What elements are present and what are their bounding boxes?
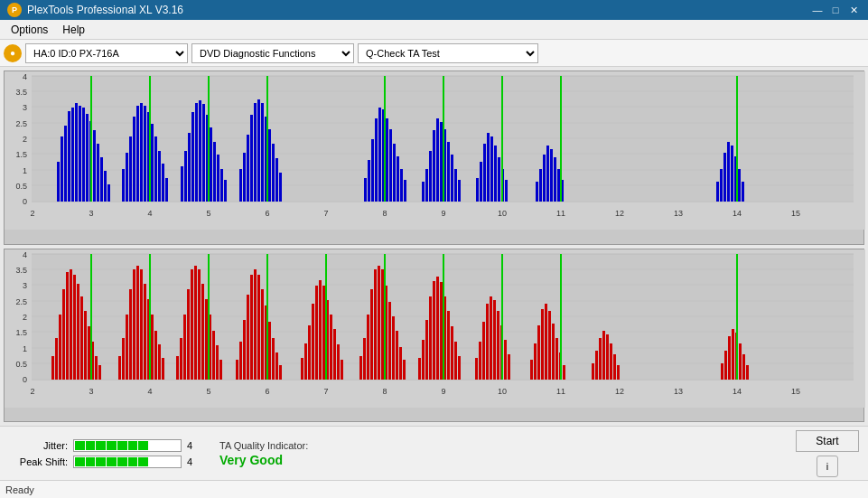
svg-rect-227: [257, 275, 260, 380]
svg-text:6: 6: [265, 209, 269, 218]
svg-text:14: 14: [733, 387, 742, 396]
svg-rect-228: [261, 289, 264, 380]
svg-rect-185: [77, 284, 79, 380]
main-content: 4 3.5 3 2.5 2 1.5 1 0.5 0 2 3 4 5 6 7 8 …: [0, 67, 868, 426]
svg-rect-38: [71, 108, 74, 202]
svg-rect-137: [723, 153, 726, 202]
svg-rect-108: [436, 118, 439, 202]
svg-rect-246: [341, 360, 343, 380]
svg-rect-186: [80, 296, 83, 380]
svg-rect-306: [724, 351, 727, 380]
svg-rect-136: [720, 169, 723, 202]
svg-rect-251: [370, 289, 373, 380]
svg-rect-65: [184, 151, 187, 202]
svg-rect-221: [236, 360, 238, 380]
svg-text:3: 3: [23, 103, 27, 112]
svg-rect-207: [176, 356, 179, 380]
svg-rect-223: [243, 320, 246, 380]
svg-rect-195: [126, 315, 128, 380]
svg-rect-61: [162, 164, 164, 202]
svg-rect-226: [254, 269, 257, 380]
svg-rect-249: [363, 338, 366, 380]
svg-rect-312: [746, 365, 749, 380]
svg-rect-275: [475, 358, 478, 380]
peak-seg-9: [160, 457, 170, 466]
svg-rect-55: [140, 103, 143, 202]
peak-shift-row: Peak Shift: 4: [9, 456, 201, 468]
test-dropdown[interactable]: Q-Check TA Test: [358, 43, 538, 63]
svg-rect-295: [563, 365, 565, 380]
minimize-button[interactable]: —: [810, 4, 825, 16]
svg-rect-102: [404, 180, 406, 202]
svg-rect-304: [617, 365, 620, 380]
svg-text:10: 10: [498, 209, 507, 218]
app-icon: P: [7, 3, 22, 17]
jitter-seg-1: [75, 441, 85, 450]
svg-rect-36: [64, 126, 67, 202]
svg-rect-277: [482, 322, 485, 380]
svg-text:9: 9: [441, 387, 445, 396]
svg-rect-276: [479, 342, 481, 380]
start-button[interactable]: Start: [796, 430, 859, 452]
svg-rect-288: [537, 325, 540, 380]
function-dropdown[interactable]: DVD Diagnostic Functions: [191, 43, 354, 63]
titlebar-controls: — □ ✕: [810, 4, 861, 16]
svg-rect-76: [224, 180, 227, 202]
svg-text:3: 3: [89, 209, 93, 218]
svg-rect-79: [243, 153, 246, 202]
svg-text:4: 4: [23, 72, 27, 81]
svg-text:3: 3: [89, 387, 93, 396]
jitter-seg-3: [96, 441, 106, 450]
svg-rect-218: [216, 345, 219, 380]
menubar: Options Help: [0, 20, 868, 40]
svg-rect-260: [403, 360, 406, 380]
svg-rect-92: [368, 160, 370, 202]
svg-rect-256: [388, 302, 391, 380]
peak-seg-4: [107, 457, 117, 466]
svg-text:0.5: 0.5: [15, 360, 27, 369]
svg-rect-141: [738, 169, 741, 202]
svg-rect-245: [337, 344, 340, 380]
drive-dropdown[interactable]: HA:0 ID:0 PX-716A: [25, 43, 188, 63]
maximize-button[interactable]: □: [828, 4, 843, 16]
svg-rect-179: [55, 338, 58, 380]
svg-rect-219: [219, 360, 222, 380]
close-button[interactable]: ✕: [846, 4, 861, 16]
svg-rect-200: [144, 284, 146, 380]
svg-rect-112: [451, 155, 453, 202]
svg-rect-122: [498, 157, 500, 202]
svg-rect-181: [62, 289, 65, 380]
svg-rect-213: [198, 269, 201, 380]
svg-rect-212: [194, 266, 197, 380]
svg-rect-268: [440, 282, 443, 380]
info-button[interactable]: i: [817, 456, 838, 477]
svg-rect-180: [59, 315, 61, 380]
svg-rect-308: [732, 329, 734, 380]
svg-rect-254: [381, 269, 384, 380]
peak-seg-5: [117, 457, 127, 466]
svg-rect-94: [375, 118, 378, 202]
svg-rect-284: [508, 354, 510, 380]
svg-rect-214: [201, 284, 204, 380]
svg-rect-311: [742, 354, 745, 380]
svg-rect-182: [66, 272, 69, 380]
svg-rect-59: [154, 136, 157, 202]
top-chart: 4 3.5 3 2.5 2 1.5 1 0.5 0 2 3 4 5 6 7 8 …: [5, 71, 865, 230]
menu-options[interactable]: Options: [4, 22, 55, 38]
svg-rect-113: [454, 169, 457, 202]
svg-rect-232: [275, 352, 278, 380]
svg-rect-208: [180, 338, 182, 380]
svg-rect-91: [364, 178, 367, 202]
svg-rect-237: [308, 325, 311, 380]
svg-rect-197: [133, 269, 135, 380]
svg-rect-233: [279, 365, 282, 380]
ta-quality-label: TA Quality Indicator:: [219, 440, 308, 451]
peak-seg-7: [138, 457, 148, 466]
svg-rect-238: [312, 304, 314, 380]
svg-rect-128: [543, 155, 546, 202]
menu-help[interactable]: Help: [55, 22, 92, 38]
svg-text:3.5: 3.5: [15, 266, 27, 275]
svg-rect-39: [75, 103, 78, 202]
svg-text:13: 13: [674, 209, 683, 218]
titlebar-left: P PlexTools Professional XL V3.16: [7, 3, 183, 17]
